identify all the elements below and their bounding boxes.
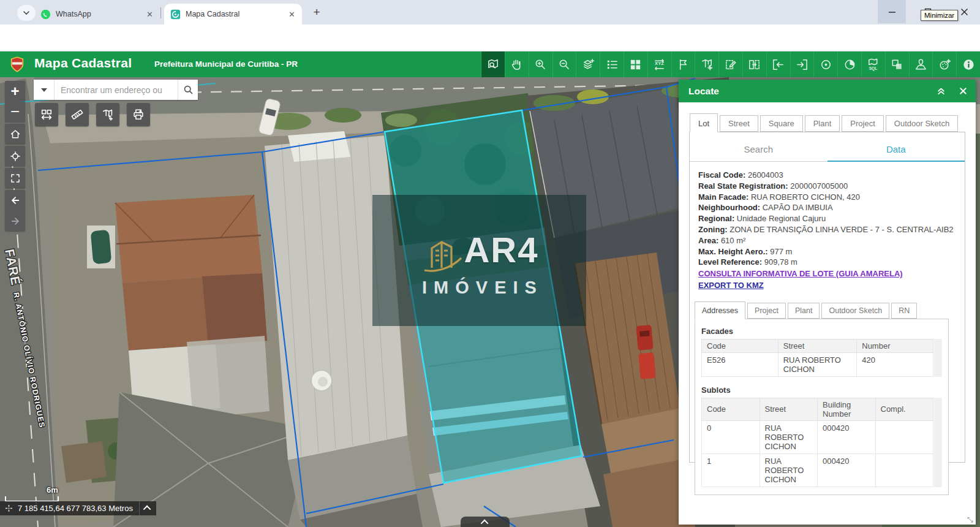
analysis-icon[interactable] [837, 51, 861, 77]
detail-tab-outdoor-sketch[interactable]: Outdoor Sketch [821, 303, 889, 319]
swipe-icon[interactable] [742, 51, 766, 77]
export-icon[interactable] [790, 51, 814, 77]
double-chevron-up-icon [936, 86, 946, 96]
tab-close-icon[interactable]: ✕ [145, 9, 155, 20]
import-icon[interactable] [766, 51, 790, 77]
basemap-gallery-icon[interactable] [624, 51, 647, 77]
compare-maps-icon[interactable] [885, 51, 909, 77]
coordinates-crosshair-icon [5, 504, 13, 512]
map-fullscreen-button[interactable] [5, 168, 25, 188]
map-next-extent-button[interactable] [5, 211, 25, 231]
app-header: Mapa Cadastral Prefeitura Municipal de C… [0, 51, 980, 77]
panel-collapse-button[interactable] [932, 82, 950, 100]
panel-close-button[interactable] [954, 82, 972, 100]
tab-square[interactable]: Square [760, 115, 803, 132]
browser-address-bar: geocuritiba.ippuc.org.br/MapaCadastral/ [0, 25, 980, 51]
coordinates-xyz-icon[interactable]: XYZ [647, 51, 671, 77]
search-source-dropdown[interactable] [34, 80, 54, 100]
bookmarks-icon[interactable] [671, 51, 695, 77]
tab-project[interactable]: Project [842, 115, 883, 132]
sql-query-icon[interactable]: SQL [861, 51, 885, 77]
geocuritiba-favicon [170, 9, 181, 20]
basemap-toggle-button[interactable] [35, 103, 58, 126]
tab-street[interactable]: Street [720, 115, 758, 132]
legend-icon[interactable] [600, 51, 624, 77]
ar4-imoveis-watermark: AR4 IMÓVEIS [372, 195, 586, 326]
coordinates-bar: 7 185 415,64 677 783,63 Metros [0, 501, 156, 515]
table-row[interactable]: 1 RUA ROBERTO CICHON 000420 [702, 453, 933, 487]
new-tab-button[interactable]: + [309, 6, 324, 20]
address-search-widget [34, 80, 198, 100]
center-point-icon[interactable] [813, 51, 837, 77]
tab-title: Mapa Cadastral [186, 10, 282, 18]
detail-tab-rn[interactable]: RN [891, 303, 917, 319]
add-layers-icon[interactable] [576, 51, 600, 77]
field-neighbourhood: Neighbourhood: CAPÃO DA IMBUIA [698, 202, 956, 213]
print-button[interactable] [127, 103, 150, 126]
info-icon[interactable] [956, 51, 980, 77]
sublots-title: Sublots [701, 385, 942, 395]
facades-table-wrap: Code Street Number E526 RUA ROBERTO CICH… [701, 339, 942, 377]
sublots-table-wrap: Code Street Building Number Compl. 0 RUA… [701, 398, 942, 487]
tab-divider [160, 7, 161, 18]
chevron-up-icon [480, 520, 488, 527]
curitiba-crest-icon [9, 56, 26, 73]
sublots-table: Code Street Building Number Compl. 0 RUA… [701, 398, 933, 487]
style-palette-icon[interactable] [932, 51, 956, 77]
watermark-title: AR4 [464, 229, 538, 270]
crosshair-icon [10, 151, 21, 162]
tab-search-button[interactable] [17, 5, 36, 21]
search-button[interactable] [178, 80, 198, 100]
bottom-panel-expander[interactable] [461, 517, 510, 527]
view-tab-search[interactable]: Search [690, 138, 827, 161]
select-features-button[interactable] [96, 103, 119, 126]
tab-plant[interactable]: Plant [805, 115, 840, 132]
map-home-button[interactable] [5, 124, 25, 144]
coordinates-expand-button[interactable] [139, 501, 153, 515]
table-row[interactable]: 0 RUA ROBERTO CICHON 000420 [702, 420, 933, 453]
tab-mapa-cadastral[interactable]: Mapa Cadastral ✕ [164, 4, 302, 25]
identify-tool-icon[interactable] [481, 51, 505, 77]
map-locate-button[interactable] [5, 146, 25, 166]
tab-lot[interactable]: Lot [690, 113, 718, 132]
lot-tab-panel: Search Data Fiscal Code: 26004003 Real S… [689, 132, 965, 463]
locate-tabs: Lot Street Square Plant Project Outdoor … [679, 113, 976, 132]
panel-resize-handle[interactable]: ⤡ [967, 516, 974, 523]
facades-table: Code Street Number E526 RUA ROBERTO CICH… [701, 339, 933, 377]
link-export-kmz[interactable]: EXPORT TO KMZ [698, 280, 965, 291]
app-subtitle: Prefeitura Municipal de Curitiba - PR [154, 59, 298, 69]
zoom-out-icon[interactable] [552, 51, 576, 77]
tab-title: WhatsApp [56, 10, 140, 18]
tab-outdoor-sketch[interactable]: Outdoor Sketch [886, 115, 958, 132]
pan-icon[interactable] [505, 51, 529, 77]
measure-button[interactable] [66, 103, 89, 126]
street-locate-icon[interactable] [909, 51, 933, 77]
field-real-state-registration: Real State Registration: 2000007005000 [698, 181, 956, 192]
detail-tab-addresses[interactable]: Addresses [695, 301, 745, 319]
add-data-icon[interactable] [695, 51, 718, 77]
app-title: Mapa Cadastral [34, 56, 132, 70]
locate-panel: Locate Lot Street Square Plant Project O… [679, 80, 976, 525]
map-previous-extent-button[interactable] [5, 190, 25, 210]
browser-tab-strip: WhatsApp ✕ Mapa Cadastral ✕ + [0, 0, 980, 25]
detail-tab-project[interactable]: Project [747, 303, 786, 319]
table-header-row: Code Street Number [702, 339, 933, 352]
link-consulta-informativa[interactable]: CONSULTA INFORMATIVA DE LOTE (GUIA AMARE… [698, 268, 965, 279]
detail-tab-plant[interactable]: Plant [788, 303, 820, 319]
field-main-facade: Main Facade: RUA ROBERTO CICHON, 420 [698, 192, 956, 203]
search-input[interactable] [54, 80, 178, 100]
forward-arrow-icon [10, 216, 21, 227]
locate-panel-header[interactable]: Locate [679, 80, 976, 102]
map-zoom-out-button[interactable]: − [5, 102, 25, 122]
zoom-in-icon[interactable] [529, 51, 552, 77]
tab-whatsapp[interactable]: WhatsApp ✕ [34, 4, 160, 25]
svg-text:SQL: SQL [869, 66, 878, 71]
window-minimize-button[interactable] [878, 0, 906, 23]
editor-icon[interactable] [718, 51, 742, 77]
view-tab-data[interactable]: Data [827, 138, 965, 162]
table-row[interactable]: E526 RUA ROBERTO CICHON 420 [702, 352, 933, 376]
search-icon [183, 85, 194, 95]
tab-close-icon[interactable]: ✕ [287, 9, 297, 20]
map-zoom-in-button[interactable]: + [5, 81, 25, 101]
field-regional: Regional: Unidade Regional Cajuru [698, 213, 956, 224]
